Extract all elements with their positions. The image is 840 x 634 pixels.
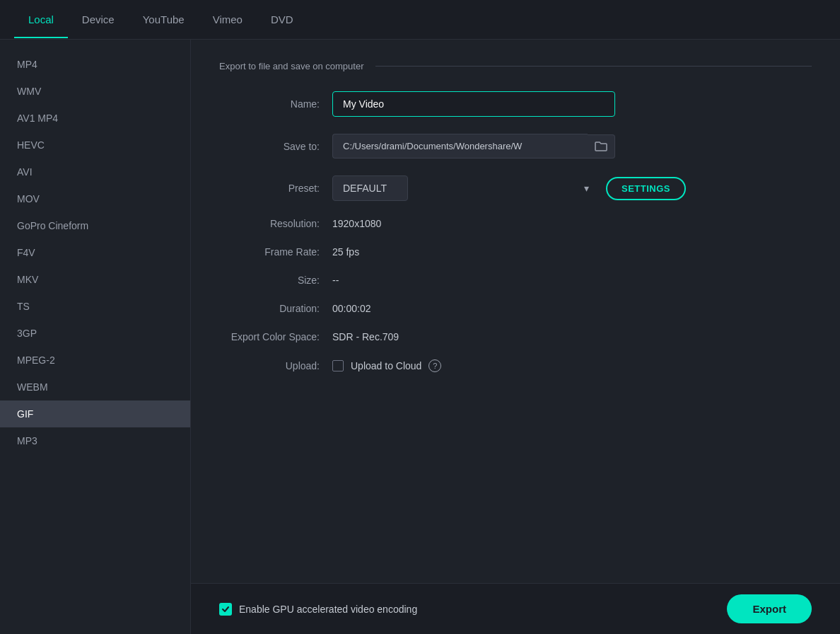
sidebar-item-gopro[interactable]: GoPro Cineform	[0, 212, 190, 239]
frame-rate-label: Frame Rate:	[219, 246, 332, 258]
tab-device[interactable]: Device	[68, 2, 129, 38]
duration-label: Duration:	[219, 303, 332, 314]
sidebar: MP4 WMV AV1 MP4 HEVC AVI MOV GoPro Cinef…	[0, 40, 191, 634]
size-value: --	[332, 275, 812, 286]
export-button[interactable]: Export	[727, 594, 812, 623]
folder-browse-button[interactable]	[588, 134, 615, 158]
settings-button[interactable]: SETTINGS	[606, 177, 686, 200]
save-to-path: C:/Users/drami/Documents/Wondershare/W	[332, 134, 588, 158]
tab-dvd[interactable]: DVD	[257, 2, 308, 38]
preset-row: Preset: DEFAULT High Quality Low Quality…	[219, 175, 812, 201]
upload-control: Upload to Cloud ?	[332, 359, 812, 372]
sidebar-item-wmv[interactable]: WMV	[0, 78, 190, 105]
main-layout: MP4 WMV AV1 MP4 HEVC AVI MOV GoPro Cinef…	[0, 40, 840, 634]
sidebar-item-f4v[interactable]: F4V	[0, 239, 190, 266]
sidebar-item-mp4[interactable]: MP4	[0, 51, 190, 78]
top-navigation: Local Device YouTube Vimeo DVD	[0, 0, 840, 40]
tab-youtube[interactable]: YouTube	[129, 2, 199, 38]
name-input[interactable]	[332, 91, 615, 117]
bottom-bar: Enable GPU accelerated video encoding Ex…	[191, 583, 840, 634]
size-row: Size: --	[219, 275, 812, 286]
upload-label: Upload:	[219, 360, 332, 371]
name-control	[332, 91, 812, 117]
color-space-value: SDR - Rec.709	[332, 331, 812, 342]
duration-value: 00:00:02	[332, 303, 812, 314]
save-to-label: Save to:	[219, 141, 332, 152]
gpu-checkbox[interactable]	[219, 603, 232, 616]
sidebar-item-mpeg2[interactable]: MPEG-2	[0, 347, 190, 374]
sidebar-item-mov[interactable]: MOV	[0, 185, 190, 212]
name-row: Name:	[219, 91, 812, 117]
preset-select[interactable]: DEFAULT High Quality Low Quality Custom	[332, 175, 408, 201]
frame-rate-value: 25 fps	[332, 246, 812, 258]
name-label: Name:	[219, 98, 332, 110]
tab-vimeo[interactable]: Vimeo	[199, 2, 257, 38]
tab-local[interactable]: Local	[14, 2, 68, 38]
sidebar-item-gif[interactable]: GIF	[0, 400, 190, 427]
duration-row: Duration: 00:00:02	[219, 303, 812, 314]
save-to-row: Save to: C:/Users/drami/Documents/Wonder…	[219, 134, 812, 158]
gpu-text: Enable GPU accelerated video encoding	[239, 604, 417, 615]
content-area: Export to file and save on computer Name…	[191, 40, 840, 634]
resolution-value: 1920x1080	[332, 218, 812, 229]
sidebar-item-ts[interactable]: TS	[0, 293, 190, 320]
help-icon[interactable]: ?	[428, 359, 441, 372]
sidebar-item-webm[interactable]: WEBM	[0, 374, 190, 400]
sidebar-item-3gp[interactable]: 3GP	[0, 320, 190, 347]
preset-label: Preset:	[219, 183, 332, 194]
resolution-row: Resolution: 1920x1080	[219, 218, 812, 229]
upload-row: Upload: Upload to Cloud ?	[219, 359, 812, 372]
sidebar-item-mp3[interactable]: MP3	[0, 427, 190, 454]
upload-to-cloud-label: Upload to Cloud	[351, 360, 421, 371]
color-space-row: Export Color Space: SDR - Rec.709	[219, 331, 812, 342]
sidebar-item-mkv[interactable]: MKV	[0, 266, 190, 293]
frame-rate-row: Frame Rate: 25 fps	[219, 246, 812, 258]
upload-to-cloud-checkbox[interactable]	[332, 360, 344, 371]
preset-control: DEFAULT High Quality Low Quality Custom …	[332, 175, 812, 201]
sidebar-item-avi[interactable]: AVI	[0, 158, 190, 185]
color-space-label: Export Color Space:	[219, 331, 332, 342]
size-label: Size:	[219, 275, 332, 286]
sidebar-item-av1mp4[interactable]: AV1 MP4	[0, 105, 190, 132]
sidebar-item-hevc[interactable]: HEVC	[0, 132, 190, 158]
section-title: Export to file and save on computer	[219, 61, 812, 71]
save-to-control: C:/Users/drami/Documents/Wondershare/W	[332, 134, 812, 158]
gpu-label: Enable GPU accelerated video encoding	[219, 603, 417, 616]
resolution-label: Resolution:	[219, 218, 332, 229]
chevron-down-icon: ▾	[584, 183, 589, 194]
